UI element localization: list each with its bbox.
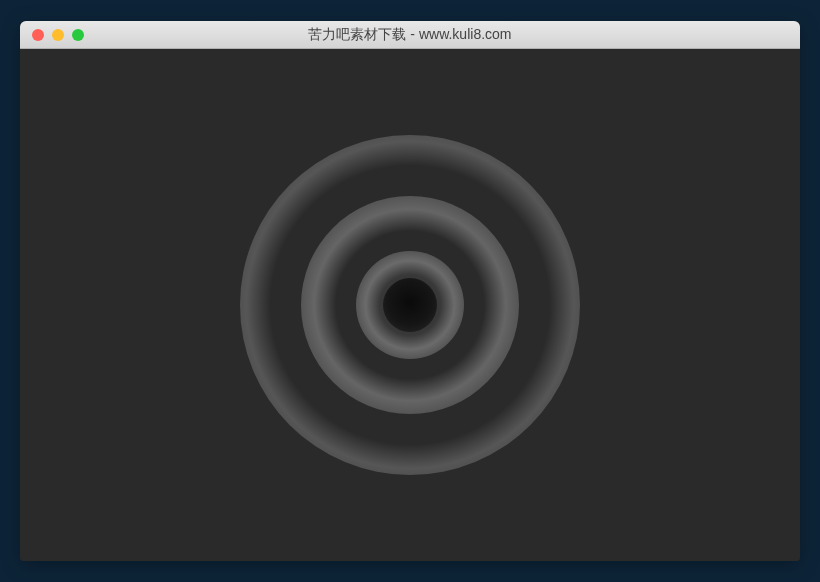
maximize-button[interactable]	[72, 29, 84, 41]
minimize-button[interactable]	[52, 29, 64, 41]
content-area	[20, 49, 800, 561]
titlebar: 苦力吧素材下载 - www.kuli8.com	[20, 21, 800, 49]
window-controls	[20, 29, 84, 41]
ripple-animation	[240, 135, 580, 475]
browser-window: 苦力吧素材下载 - www.kuli8.com	[20, 21, 800, 561]
close-button[interactable]	[32, 29, 44, 41]
ripple-center	[383, 278, 437, 332]
window-title: 苦力吧素材下载 - www.kuli8.com	[20, 26, 800, 44]
